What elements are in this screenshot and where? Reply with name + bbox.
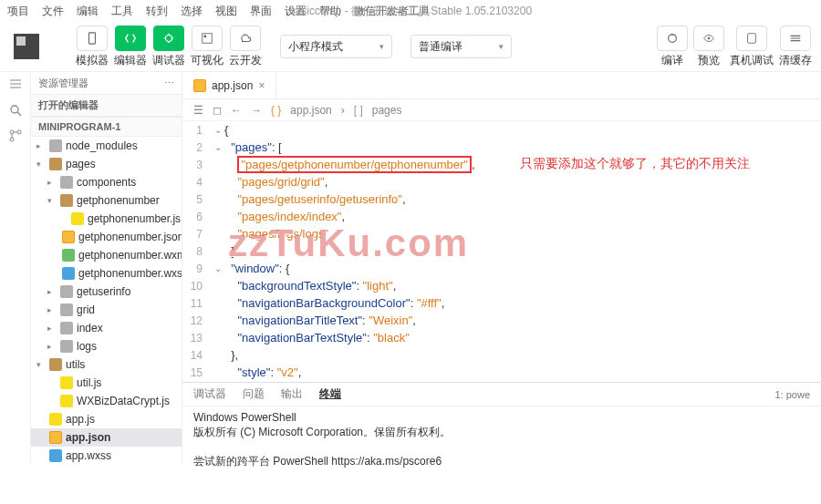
tree-node[interactable]: ▸ index — [31, 319, 182, 337]
cloud-button[interactable] — [230, 26, 261, 51]
code-line[interactable]: 1⌄{ — [186, 121, 821, 139]
tree-node[interactable]: ▸ node_modules — [31, 137, 182, 155]
compile-select[interactable]: 普通编译▾ — [410, 35, 512, 58]
file-icon — [49, 158, 62, 170]
bookmark-icon[interactable]: ◻ — [213, 104, 222, 117]
code-line[interactable]: 11 "navigationBarBackgroundColor": "#fff… — [186, 294, 821, 312]
tab-output[interactable]: 输出 — [281, 386, 303, 402]
code-line[interactable]: 15 "style": "v2", — [186, 364, 821, 381]
tree-node[interactable]: getphonenumber.wxml — [31, 246, 182, 264]
svg-point-10 — [17, 130, 21, 134]
file-icon — [60, 340, 73, 353]
caret-icon: ▸ — [47, 178, 57, 187]
tree-node[interactable]: app.js — [31, 410, 182, 428]
caret-icon: ▸ — [47, 324, 57, 333]
breadcrumb: ☰ ◻ ← → { } app.json › [ ] pages — [182, 99, 821, 121]
tree-node[interactable]: util.js — [31, 374, 182, 392]
close-icon[interactable]: × — [258, 79, 265, 92]
compile-button[interactable] — [657, 26, 688, 51]
svg-rect-3 — [204, 35, 207, 37]
editor-button[interactable] — [115, 26, 146, 51]
file-icon — [49, 449, 62, 462]
caret-icon: ▾ — [47, 196, 57, 205]
svg-point-9 — [10, 138, 14, 141]
menu-item[interactable]: 工具 — [111, 4, 133, 19]
code-line[interactable]: 8 ], — [186, 242, 821, 260]
list-icon[interactable]: ☰ — [193, 104, 203, 117]
tab-problems[interactable]: 问题 — [243, 386, 265, 402]
tab-terminal[interactable]: 终端 — [319, 386, 341, 402]
tree-node[interactable]: getphonenumber.wxss — [31, 264, 182, 283]
file-icon — [60, 303, 73, 316]
back-icon[interactable]: ← — [231, 104, 242, 117]
file-icon — [60, 176, 73, 189]
code-line[interactable]: 10 "backgroundTextStyle": "light", — [186, 277, 821, 294]
menu-item[interactable]: 文件 — [42, 4, 64, 19]
preview-button[interactable] — [693, 26, 724, 51]
tree-label: getphonenumber.wxml — [78, 249, 182, 262]
tree-label: getphonenumber.json — [78, 231, 182, 243]
terminal-tabs: 调试器 问题 输出 终端 1: powe — [182, 383, 821, 406]
tree-label: util.js — [77, 376, 101, 389]
more-icon[interactable]: ⋯ — [164, 77, 174, 89]
tree-node[interactable]: ▾ pages — [31, 155, 182, 173]
caret-icon: ▸ — [47, 342, 57, 351]
app-logo — [14, 34, 39, 59]
menu-item[interactable]: 选择 — [181, 4, 203, 19]
tree-label: grid — [77, 303, 95, 316]
tree-label: getphonenumber.wxss — [78, 267, 182, 280]
tree-node[interactable]: ▸ components — [31, 173, 182, 191]
menu-item[interactable]: 界面 — [250, 4, 272, 19]
code-line[interactable]: 7 "pages/logs/logs" — [186, 225, 821, 242]
tree-node[interactable]: WXBizDataCrypt.js — [31, 392, 182, 410]
tree-node[interactable]: app.wxss — [31, 447, 182, 464]
tree-node[interactable]: getphonenumber.json — [31, 228, 182, 246]
code-line[interactable]: 2⌄ "pages": [ — [186, 139, 821, 156]
tree-node[interactable]: ▾ getphonenumber — [31, 191, 182, 210]
tab-debugger[interactable]: 调试器 — [193, 386, 226, 402]
mode-select[interactable]: 小程序模式▾ — [280, 35, 392, 58]
search-icon[interactable] — [8, 103, 23, 118]
simulator-button[interactable] — [77, 26, 108, 51]
tree-node[interactable]: ▸ grid — [31, 301, 182, 319]
debugger-button[interactable] — [153, 26, 184, 51]
file-icon — [49, 358, 62, 371]
json-icon — [193, 79, 206, 92]
branch-icon[interactable] — [8, 129, 23, 143]
terminal-output[interactable]: Windows PowerShell版权所有 (C) Microsoft Cor… — [182, 406, 821, 472]
code-line[interactable]: 5 "pages/getuserinfo/getuserinfo", — [186, 190, 821, 208]
code-editor[interactable]: 只需要添加这个就够了，其它的不用关注 zzTuKu.com 1⌄{2⌄ "pag… — [182, 121, 821, 382]
code-line[interactable]: 4 "pages/grid/grid", — [186, 173, 821, 190]
file-icon — [62, 231, 75, 243]
activity-bar — [0, 72, 31, 464]
code-line[interactable]: 14 }, — [186, 346, 821, 364]
menu-item[interactable]: 编辑 — [77, 4, 99, 19]
tree-label: getphonenumber — [77, 194, 160, 207]
code-line[interactable]: 9⌄ "window": { — [186, 260, 821, 277]
code-line[interactable]: 12 "navigationBarTitleText": "Weixin", — [186, 312, 821, 329]
menu-item[interactable]: 转到 — [146, 4, 168, 19]
caret-icon: ▸ — [36, 141, 46, 150]
tree-node[interactable]: ▸ getuserinfo — [31, 283, 182, 301]
tree-node[interactable]: getphonenumber.js — [31, 210, 182, 228]
code-line[interactable]: 13 "navigationBarTextStyle": "black" — [186, 329, 821, 346]
forward-icon[interactable]: → — [251, 104, 262, 117]
explorer-icon[interactable] — [8, 77, 23, 92]
remote-debug-button[interactable] — [736, 26, 767, 51]
clear-cache-button[interactable] — [780, 26, 811, 51]
open-editors-section[interactable]: 打开的编辑器 — [31, 94, 182, 117]
file-icon — [71, 212, 84, 225]
visual-button[interactable] — [192, 26, 223, 51]
tree-node[interactable]: app.json — [31, 428, 182, 447]
menu-item[interactable]: 项目 — [7, 4, 29, 19]
terminal-selector[interactable]: 1: powe — [774, 389, 810, 400]
project-section[interactable]: MINIPROGRAM-1 — [31, 117, 182, 137]
file-icon — [60, 376, 73, 389]
tab-app-json[interactable]: app.json × — [182, 72, 276, 99]
svg-rect-0 — [89, 32, 96, 43]
tree-node[interactable]: ▾ utils — [31, 355, 182, 374]
tree-node[interactable]: ▸ logs — [31, 337, 182, 355]
tree-label: index — [77, 322, 103, 334]
code-line[interactable]: 6 "pages/index/index", — [186, 208, 821, 225]
menu-item[interactable]: 视图 — [215, 4, 237, 19]
